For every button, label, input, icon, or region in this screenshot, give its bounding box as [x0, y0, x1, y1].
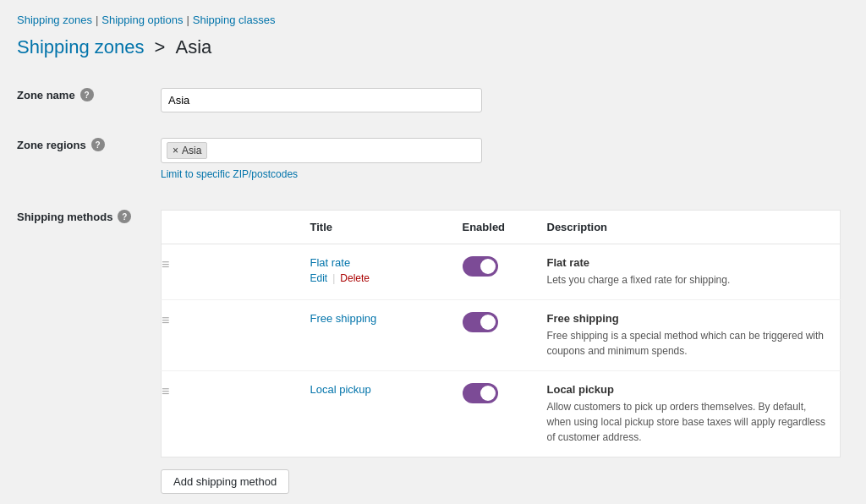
- drag-handle-icon[interactable]: ≡: [162, 384, 169, 398]
- zone-regions-input[interactable]: × Asia: [161, 138, 482, 163]
- local-pickup-toggle[interactable]: [463, 383, 498, 403]
- flat-rate-desc-title: Flat rate: [547, 256, 827, 269]
- zone-regions-help-icon[interactable]: ?: [91, 138, 105, 151]
- page-title-current: Asia: [176, 36, 212, 58]
- col-header-desc: Description: [534, 211, 841, 244]
- shipping-methods-table: Title Enabled Description ≡: [161, 210, 841, 457]
- breadcrumb-shipping-options[interactable]: Shipping options: [101, 14, 183, 26]
- region-tag-asia: × Asia: [167, 142, 207, 159]
- col-header-title: Title: [297, 211, 449, 244]
- table-row: ≡ Flat rate Edit | Delete: [162, 244, 841, 300]
- breadcrumb: Shipping zones | Shipping options | Ship…: [17, 14, 849, 26]
- table-row: ≡ Free shipping: [162, 300, 841, 371]
- method-name-flat-rate[interactable]: Flat rate: [310, 256, 436, 269]
- limit-zip-link[interactable]: Limit to specific ZIP/postcodes: [161, 168, 841, 180]
- zone-name-input[interactable]: [161, 88, 482, 112]
- flat-rate-desc-text: Lets you charge a fixed rate for shippin…: [547, 272, 827, 288]
- add-shipping-method-button[interactable]: Add shipping method: [161, 469, 289, 494]
- settings-form: Zone name ? Zone regions ?: [17, 75, 849, 504]
- free-shipping-desc-text: Free shipping is a special method which …: [547, 328, 827, 359]
- zone-name-label: Zone name: [17, 89, 75, 101]
- region-tag-remove[interactable]: ×: [173, 145, 178, 156]
- drag-handle-icon[interactable]: ≡: [162, 313, 169, 327]
- col-header-handle: [162, 211, 297, 244]
- zone-name-help-icon[interactable]: ?: [80, 88, 94, 101]
- col-header-enabled: Enabled: [449, 211, 534, 244]
- free-shipping-desc-title: Free shipping: [547, 312, 827, 325]
- zone-regions-label: Zone regions: [17, 139, 86, 151]
- local-pickup-desc-text: Allow customers to pick up orders themse…: [547, 399, 827, 445]
- flat-rate-toggle[interactable]: [463, 256, 498, 277]
- free-shipping-toggle[interactable]: [463, 312, 498, 332]
- method-name-free-shipping[interactable]: Free shipping: [310, 312, 436, 325]
- page-title-link[interactable]: Shipping zones: [17, 36, 144, 58]
- page-title: Shipping zones > Asia: [17, 36, 849, 58]
- drag-handle-icon[interactable]: ≡: [162, 257, 169, 271]
- breadcrumb-shipping-zones[interactable]: Shipping zones: [17, 14, 92, 26]
- local-pickup-desc-title: Local pickup: [547, 383, 827, 396]
- breadcrumb-shipping-classes[interactable]: Shipping classes: [193, 14, 276, 26]
- method-name-local-pickup[interactable]: Local pickup: [310, 383, 436, 396]
- shipping-methods-help-icon[interactable]: ?: [118, 210, 131, 223]
- edit-flat-rate-link[interactable]: Edit: [310, 272, 328, 284]
- table-row: ≡ Local pickup: [162, 371, 841, 457]
- delete-flat-rate-link[interactable]: Delete: [340, 272, 370, 284]
- shipping-methods-label: Shipping methods: [17, 211, 112, 223]
